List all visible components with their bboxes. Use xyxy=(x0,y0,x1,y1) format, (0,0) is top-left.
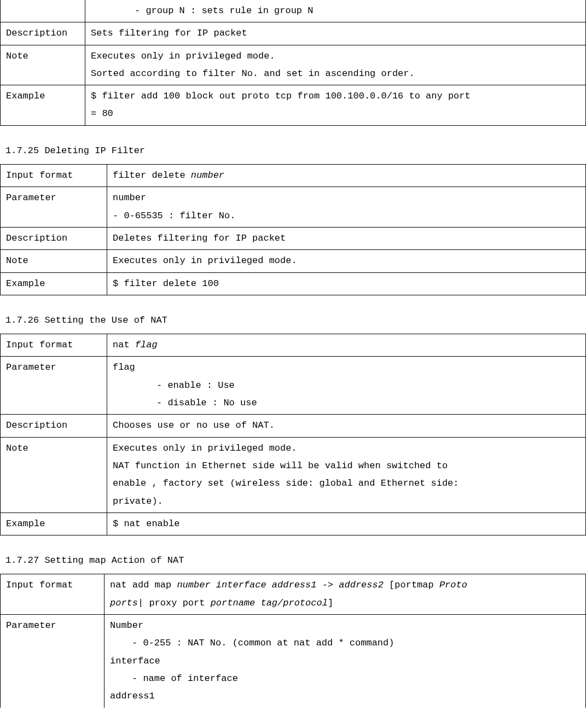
parameter-label: Parameter xyxy=(1,187,107,228)
input-format-label: Input format xyxy=(1,165,107,187)
note-line1: Executes only in privileged mode. xyxy=(113,440,580,457)
fmt-l2c: portname tag/protocol xyxy=(211,598,328,608)
fmt-text-b: flag xyxy=(135,340,158,350)
desc-label: Description xyxy=(1,227,107,249)
empty-cell xyxy=(1,0,85,22)
note-content: Executes only in privileged mode. NAT fu… xyxy=(107,437,586,512)
param-line4: - name of interface xyxy=(110,670,580,688)
fmt-l1a: nat add map xyxy=(110,580,177,590)
note-content: Executes only in privileged mode. xyxy=(107,250,586,272)
note-line2: Sorted according to filter No. and set i… xyxy=(91,65,580,83)
note-label: Note xyxy=(1,45,85,85)
desc-content: Chooses use or no use of NAT. xyxy=(107,415,586,437)
param-line2: - enable : Use xyxy=(113,377,580,394)
input-format-content: nat add map number interface address1 ->… xyxy=(105,574,586,615)
param-line2: - 0-65535 : filter No. xyxy=(113,207,580,225)
parameter-label: Parameter xyxy=(1,615,105,708)
desc-content: Deletes filtering for IP packet xyxy=(107,227,586,249)
fmt-line2: ports| proxy port portname tag/protocol] xyxy=(110,595,580,612)
param-line3: - disable : No use xyxy=(113,394,580,412)
section-1-7-26-title: 1.7.26 Setting the Use of NAT xyxy=(5,312,586,329)
param-line3: interface xyxy=(110,653,580,670)
parameter-content: number - 0-65535 : filter No. xyxy=(107,187,586,228)
parameter-content: Number - 0-255 : NAT No. (common at nat … xyxy=(105,615,586,708)
example-label: Example xyxy=(1,512,107,535)
table-continuation: - group N : sets rule in group N Descrip… xyxy=(0,0,586,126)
example-content: $ filter delete 100 xyxy=(107,272,586,295)
note-line1: Executes only in privileged mode. xyxy=(91,48,580,65)
section-1-7-25-title: 1.7.25 Deleting IP Filter xyxy=(5,142,586,160)
input-format-label: Input format xyxy=(1,574,105,615)
note-label: Note xyxy=(1,250,107,272)
input-format-content: nat flag xyxy=(107,334,586,357)
example-label: Example xyxy=(1,272,107,295)
param-line1: Number xyxy=(110,617,580,634)
fmt-l2a: ports xyxy=(110,598,138,608)
fmt-l1d: Proto xyxy=(439,580,467,590)
fmt-text-b: number xyxy=(191,170,224,180)
table-1-7-26: Input format nat flag Parameter flag - e… xyxy=(0,334,586,535)
group-n-text: - group N : sets rule in group N xyxy=(91,2,580,20)
fmt-text-a: nat xyxy=(113,340,135,350)
note-content: Executes only in privileged mode. Sorted… xyxy=(85,45,586,85)
fmt-l1c: [portmap xyxy=(389,580,439,590)
note-line4: private). xyxy=(113,493,580,510)
note-line2: NAT function in Ethernet side will be va… xyxy=(113,457,580,475)
input-format-label: Input format xyxy=(1,334,107,357)
param-line1: flag xyxy=(113,359,580,376)
desc-label: Description xyxy=(1,22,85,45)
fmt-l1b: number interface address1 -> address2 xyxy=(177,580,389,590)
table-1-7-27: Input format nat add map number interfac… xyxy=(0,574,586,707)
parameter-content: flag - enable : Use - disable : No use xyxy=(107,357,586,415)
note-label: Note xyxy=(1,437,107,512)
fmt-line1: nat add map number interface address1 ->… xyxy=(110,576,580,594)
section-1-7-27-title: 1.7.27 Setting map Action of NAT xyxy=(5,552,586,569)
param-line2: - 0-255 : NAT No. (common at nat add * c… xyxy=(110,634,580,652)
table-1-7-25: Input format filter delete number Parame… xyxy=(0,164,586,295)
param-line1: number xyxy=(113,189,580,207)
example-line2: = 80 xyxy=(91,105,580,123)
parameter-label: Parameter xyxy=(1,357,107,415)
example-content: $ nat enable xyxy=(107,512,586,535)
example-label: Example xyxy=(1,85,85,126)
fmt-l2d: ] xyxy=(328,598,333,608)
fmt-text-a: filter delete xyxy=(113,170,191,180)
example-line1: $ filter add 100 block out proto tcp fro… xyxy=(91,88,580,105)
note-line3: enable , factory set (wireless side: glo… xyxy=(113,475,580,492)
param-line5: address1 xyxy=(110,688,580,705)
desc-label: Description xyxy=(1,415,107,437)
example-content: $ filter add 100 block out proto tcp fro… xyxy=(85,85,586,126)
input-format-content: filter delete number xyxy=(107,165,586,187)
group-n-cell: - group N : sets rule in group N xyxy=(85,0,586,22)
desc-content: Sets filtering for IP packet xyxy=(85,22,586,45)
fmt-l2b: | proxy port xyxy=(138,598,211,608)
